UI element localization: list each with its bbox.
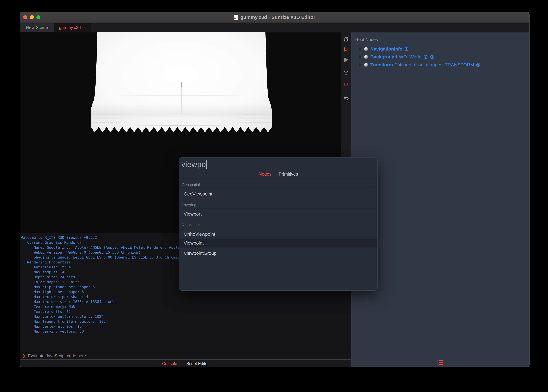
- play-tool-button[interactable]: [342, 55, 350, 65]
- section-label: Layering: [181, 203, 375, 208]
- script-editor-tool-button[interactable]: [342, 93, 350, 103]
- console-line: Max vertex attribs: 16: [21, 324, 351, 329]
- dialog-section-layering: Layering Viewport: [179, 203, 377, 218]
- expand-caret-icon[interactable]: [359, 55, 361, 59]
- section-label: Geospatial: [181, 183, 375, 188]
- select-arrow-icon: [342, 46, 350, 53]
- tab-gummy-x3d-label: gummy.x3d: [59, 25, 81, 30]
- outline-header: Root Nodes: [351, 32, 530, 42]
- x3d-file-icon: [234, 15, 238, 20]
- tree-row-transform[interactable]: Transform Tütchen_rissc_mappes_TRANSFORM: [351, 61, 530, 69]
- node-sphere-icon: [364, 63, 368, 67]
- bound-icon[interactable]: [430, 55, 435, 59]
- window-title-group: gummy.x3d · Sunrize X3D Editor: [234, 15, 315, 20]
- js-eval-input[interactable]: ❯ Evaluate JavaScript code here.: [20, 352, 351, 359]
- screenshot-tool-button[interactable]: [342, 69, 350, 79]
- dialog-tab-nodes[interactable]: Nodes: [259, 172, 271, 177]
- tab-gummy-x3d[interactable]: gummy.x3d ×: [54, 23, 91, 32]
- node-name[interactable]: Tütchen_rissc_mappes_TRANSFORM: [395, 62, 474, 68]
- node-type[interactable]: Background: [370, 54, 397, 60]
- tab-close-icon[interactable]: ×: [84, 25, 86, 30]
- titlebar: gummy.x3d · Sunrize X3D Editor: [20, 12, 529, 23]
- tabbar: New Scene gummy.x3d ×: [20, 23, 529, 32]
- dialog-tabbar: Nodes Primitives: [179, 170, 377, 178]
- select-arrow-tool-button[interactable]: [342, 45, 350, 55]
- zoom-window-button[interactable]: [36, 15, 40, 19]
- dialog-section-geospatial: Geospatial GeoViewpoint: [179, 183, 377, 198]
- section-label: Navigation: [181, 223, 375, 228]
- node-name[interactable]: WO_World: [399, 54, 421, 60]
- prompt-chevron-icon: ❯: [22, 354, 26, 358]
- outline-footer: [351, 360, 530, 365]
- node-sphere-icon: [364, 47, 368, 51]
- console-line: Max textures per shape: 4: [21, 294, 351, 299]
- visibility-icon[interactable]: [476, 62, 481, 67]
- outline-list-icon[interactable]: [437, 360, 443, 365]
- tree-row-background[interactable]: Background WO_World: [351, 53, 530, 61]
- light-tool-button[interactable]: [342, 79, 350, 89]
- node-tree: NavigationInfo Background WO_World: [351, 45, 530, 69]
- app-window: gummy.x3d · Sunrize X3D Editor New Scene…: [20, 12, 530, 367]
- tree-row-navigationinfo[interactable]: NavigationInfo: [351, 45, 530, 53]
- dialog-tab-primitives[interactable]: Primitives: [279, 172, 298, 177]
- console-line: Max texture size: 16384 × 16384 pixels: [21, 299, 351, 304]
- console-line: Max varying vectors: 30: [21, 329, 351, 334]
- dialog-item-viewpoint[interactable]: Viewpoint: [179, 239, 377, 247]
- node-search-input[interactable]: viewpo: [179, 157, 377, 170]
- expand-caret-icon[interactable]: [359, 63, 361, 67]
- toolbar-divider: [343, 67, 349, 67]
- close-window-button[interactable]: [23, 15, 27, 19]
- visibility-icon[interactable]: [423, 55, 428, 59]
- expand-caret-icon[interactable]: [359, 47, 361, 51]
- main-content: Welcome to X_ITE X3D Browser v9.5.2: Cur…: [20, 32, 529, 367]
- js-eval-placeholder: Evaluate JavaScript code here.: [28, 353, 87, 358]
- create-node-dialog: viewpo Nodes Primitives Geospatial GeoVi…: [179, 157, 378, 291]
- node-type[interactable]: Transform: [370, 62, 393, 68]
- console-line: Max fragment uniform vectors: 1024: [21, 319, 351, 324]
- tab-console[interactable]: Console: [162, 361, 177, 366]
- script-edit-icon: [342, 94, 350, 101]
- screenshot-icon: [342, 70, 350, 77]
- window-title: gummy.x3d · Sunrize X3D Editor: [240, 15, 315, 20]
- pan-hand-tool-button[interactable]: [342, 34, 350, 45]
- console-line: Texture units: 32: [21, 309, 351, 314]
- node-search-query: viewpo: [181, 160, 206, 169]
- dialog-item-viewpointgroup[interactable]: ViewpointGroup: [179, 249, 377, 258]
- outline-panel: Root Nodes NavigationInfo: [351, 32, 530, 367]
- traffic-lights: [23, 12, 40, 22]
- dialog-item-viewport[interactable]: Viewport: [179, 210, 377, 218]
- toolbar-divider: [343, 91, 349, 91]
- dialog-item-geoviewpoint[interactable]: GeoViewpoint: [179, 189, 377, 198]
- dialog-section-navigation: Navigation OrthoViewpoint Viewpoint View…: [179, 223, 377, 258]
- pan-hand-icon: [342, 36, 350, 43]
- console-line: Texture memory: NaN: [21, 304, 351, 309]
- node-type[interactable]: NavigationInfo: [370, 46, 402, 52]
- play-icon: [342, 56, 350, 63]
- tab-new-scene[interactable]: New Scene: [20, 23, 54, 32]
- tab-script-editor[interactable]: Script Editor: [186, 361, 209, 366]
- tab-new-scene-label: New Scene: [26, 25, 48, 30]
- node-sphere-icon: [364, 55, 368, 59]
- bound-icon[interactable]: [404, 47, 409, 51]
- text-caret: [206, 160, 207, 169]
- console-line: Max vertex uniform vectors: 1024: [21, 314, 351, 319]
- console-tabbar: Console Script Editor: [20, 359, 351, 367]
- dialog-item-orthoviewpoint[interactable]: OrthoViewpoint: [179, 230, 377, 239]
- light-icon: [342, 80, 350, 88]
- minimize-window-button[interactable]: [30, 15, 34, 19]
